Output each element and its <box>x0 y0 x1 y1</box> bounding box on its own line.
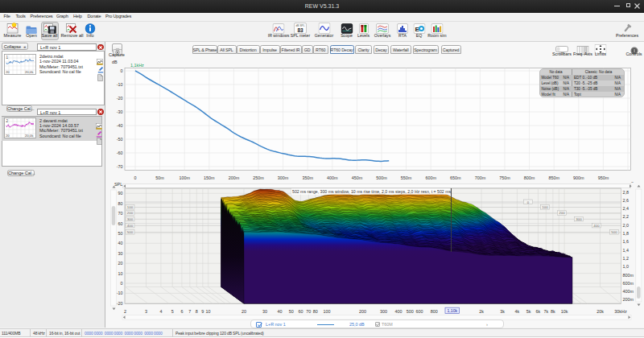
svg-text:200m: 200m <box>229 175 240 180</box>
svg-text:0: 0 <box>121 281 123 286</box>
svg-text:-70: -70 <box>117 164 123 169</box>
svg-text:1,10k: 1,10k <box>447 308 457 313</box>
svg-text:1,0: 1,0 <box>623 264 630 269</box>
svg-text:800m: 800m <box>623 273 634 278</box>
svg-text:600: 600 <box>415 309 423 314</box>
svg-text:400m: 400m <box>327 175 338 180</box>
svg-text:SPL: SPL <box>114 182 122 187</box>
svg-text:600m: 600m <box>623 281 634 286</box>
svg-text:300: 300 <box>380 309 387 314</box>
svg-text:50m: 50m <box>155 175 164 180</box>
svg-text:500: 500 <box>611 230 617 234</box>
svg-text:10k: 10k <box>561 309 568 314</box>
svg-text:200: 200 <box>127 211 134 215</box>
svg-text:450m: 450m <box>352 175 363 180</box>
svg-text:2,0: 2,0 <box>623 223 630 228</box>
svg-text:9: 9 <box>201 309 204 314</box>
svg-text:100m: 100m <box>179 175 190 180</box>
svg-text:20: 20 <box>118 261 123 266</box>
svg-text:90: 90 <box>118 191 123 196</box>
svg-text:600m: 600m <box>425 175 436 180</box>
svg-text:100: 100 <box>324 309 331 314</box>
svg-text:20: 20 <box>6 70 10 74</box>
svg-text:83: 83 <box>297 27 303 32</box>
svg-text:80: 80 <box>118 201 123 206</box>
svg-text:2k: 2k <box>479 309 484 314</box>
svg-text:30: 30 <box>118 251 123 256</box>
svg-text:850m: 850m <box>548 175 559 180</box>
svg-text:2,6: 2,6 <box>623 198 630 203</box>
svg-text:100: 100 <box>127 205 134 209</box>
svg-text:300m: 300m <box>278 175 289 180</box>
svg-text:500m: 500m <box>376 175 387 180</box>
svg-text:4k: 4k <box>515 309 520 314</box>
svg-text:7: 7 <box>188 309 191 314</box>
svg-text:150m: 150m <box>204 175 215 180</box>
svg-text:20,0k: 20,0k <box>25 70 34 74</box>
svg-text:350m: 350m <box>302 175 313 180</box>
svg-text:1,1kHz: 1,1kHz <box>130 63 144 68</box>
svg-text:-40: -40 <box>117 123 123 128</box>
svg-text:200: 200 <box>559 211 565 215</box>
svg-text:20k: 20k <box>597 309 604 314</box>
svg-text:-30: -30 <box>117 109 123 114</box>
svg-text:800m: 800m <box>524 175 535 180</box>
svg-text:20: 20 <box>242 309 246 314</box>
svg-text:-60: -60 <box>117 150 123 155</box>
svg-text:400m: 400m <box>623 289 634 294</box>
svg-text:6k: 6k <box>536 309 541 314</box>
svg-text:6: 6 <box>180 309 183 314</box>
svg-text:70: 70 <box>306 309 311 314</box>
svg-text:750m: 750m <box>499 175 510 180</box>
svg-text:s: s <box>631 182 634 183</box>
svg-text:100: 100 <box>542 205 548 209</box>
svg-text:250m: 250m <box>253 175 264 180</box>
svg-text:50: 50 <box>118 231 123 236</box>
svg-text:50: 50 <box>289 309 294 314</box>
svg-text:3k: 3k <box>500 309 505 314</box>
svg-text:80: 80 <box>313 309 318 314</box>
svg-text:500: 500 <box>127 230 134 234</box>
svg-text:300: 300 <box>127 217 134 221</box>
svg-text:400: 400 <box>394 309 402 314</box>
svg-text:400: 400 <box>593 224 600 228</box>
svg-text:-50: -50 <box>117 137 123 142</box>
svg-text:700m: 700m <box>475 175 486 180</box>
svg-text:200m: 200m <box>623 297 634 302</box>
svg-text:8k: 8k <box>551 309 555 314</box>
svg-text:2,2: 2,2 <box>623 214 630 219</box>
svg-text:-20: -20 <box>117 96 123 101</box>
svg-text:1,8: 1,8 <box>623 231 630 236</box>
svg-text:550m: 550m <box>401 175 412 180</box>
svg-text:30kHz: 30kHz <box>614 309 627 314</box>
svg-text:10: 10 <box>118 271 123 276</box>
svg-text:70: 70 <box>118 211 123 216</box>
svg-text:20: 20 <box>6 134 10 138</box>
svg-text:1,2: 1,2 <box>623 256 630 261</box>
svg-text:-10: -10 <box>117 291 123 295</box>
svg-text:2,4: 2,4 <box>623 206 630 211</box>
svg-text:500: 500 <box>407 309 414 314</box>
svg-text:2: 2 <box>124 309 126 314</box>
svg-text:dB: dB <box>112 60 118 64</box>
svg-text:-20: -20 <box>117 301 123 306</box>
svg-text:400: 400 <box>127 224 134 228</box>
svg-text:5k: 5k <box>526 309 531 314</box>
svg-text:502 ms range, 300 ms window, 1: 502 ms range, 300 ms window, 10 ms rise … <box>292 189 451 194</box>
svg-text:40: 40 <box>277 309 282 314</box>
svg-text:5: 5 <box>171 309 174 314</box>
svg-text:650m: 650m <box>450 175 461 180</box>
svg-text:300: 300 <box>576 217 582 221</box>
svg-text:200: 200 <box>359 309 366 314</box>
svg-text:0: 0 <box>134 175 137 180</box>
svg-text:1,4: 1,4 <box>623 248 630 253</box>
svg-text:60: 60 <box>118 221 123 226</box>
svg-text:2,8: 2,8 <box>623 190 630 195</box>
svg-text:10: 10 <box>206 309 211 314</box>
svg-text:8: 8 <box>196 309 198 314</box>
svg-text:-10: -10 <box>117 82 123 87</box>
svg-text:3: 3 <box>145 309 147 314</box>
svg-text:40: 40 <box>118 241 123 245</box>
svg-text:900m: 900m <box>573 175 584 180</box>
svg-text:60: 60 <box>298 309 303 314</box>
